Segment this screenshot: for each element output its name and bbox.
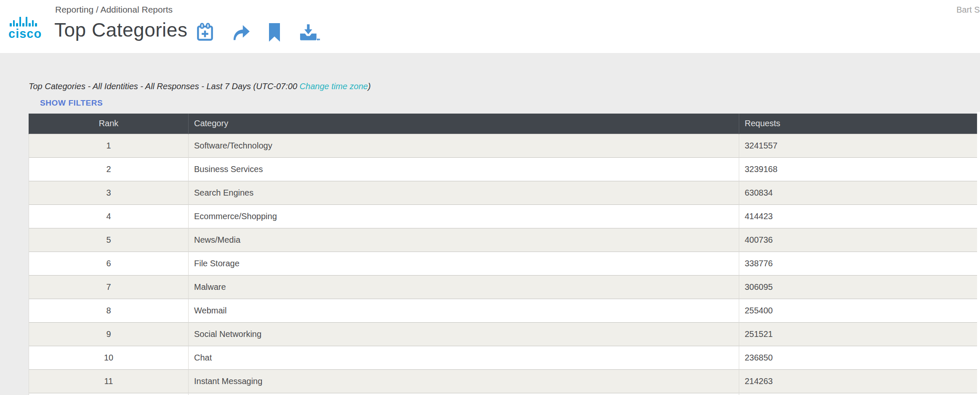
category-cell: Instant Messaging — [189, 369, 739, 393]
report-subtitle: Top Categories - All Identities - All Re… — [29, 82, 371, 91]
column-header-category[interactable]: Category — [189, 114, 739, 134]
category-cell: File Storage — [189, 252, 739, 275]
table-row[interactable]: 5 News/Media 400736 — [29, 228, 977, 252]
rank-cell: 2 — [29, 157, 189, 181]
category-cell: Software/Technology — [189, 134, 739, 157]
table-row[interactable]: 8 Webmail 255400 — [29, 299, 977, 322]
table-row[interactable]: 3 Search Engines 630834 — [29, 181, 977, 204]
table-row[interactable]: 9 Social Networking 251521 — [29, 322, 977, 346]
category-cell: Business Services — [189, 157, 739, 181]
table-row[interactable]: 7 Malware 306095 — [29, 275, 977, 299]
category-cell: Search Engines — [189, 181, 739, 204]
category-cell — [189, 393, 739, 395]
calendar-add-icon[interactable] — [196, 23, 214, 42]
report-action-icons — [196, 22, 320, 43]
requests-cell: 306095 — [739, 275, 977, 299]
page-title: Top Categories — [54, 19, 187, 41]
requests-cell: 630834 — [739, 181, 977, 204]
requests-cell — [739, 393, 977, 395]
rank-cell: 10 — [29, 346, 189, 369]
report-subtitle-suffix: ) — [368, 82, 371, 91]
requests-cell: 3241557 — [739, 134, 977, 157]
column-header-requests[interactable]: Requests — [739, 114, 977, 134]
user-menu[interactable]: Bart St — [956, 5, 980, 15]
cisco-logo-bars-icon — [10, 17, 51, 27]
table-row[interactable]: 1 Software/Technology 3241557 — [29, 134, 977, 157]
table-row[interactable]: 6 File Storage 338776 — [29, 252, 977, 275]
rank-cell: 9 — [29, 322, 189, 346]
requests-cell: 214263 — [739, 369, 977, 393]
rank-cell: 1 — [29, 134, 189, 157]
bookmark-icon[interactable] — [269, 23, 280, 42]
rank-cell: 11 — [29, 369, 189, 393]
category-cell: Chat — [189, 346, 739, 369]
rank-cell: 3 — [29, 181, 189, 204]
content-area: Top Categories - All Identities - All Re… — [0, 53, 980, 395]
requests-cell: 255400 — [739, 299, 977, 322]
rank-cell: 8 — [29, 299, 189, 322]
cisco-logo-text: cisco — [8, 27, 39, 40]
category-cell: Webmail — [189, 299, 739, 322]
table-row[interactable]: 10 Chat 236850 — [29, 346, 977, 369]
table-row[interactable]: 4 Ecommerce/Shopping 414423 — [29, 204, 977, 228]
requests-cell: 400736 — [739, 228, 977, 252]
requests-cell: 236850 — [739, 346, 977, 369]
table-header: Rank Category Requests — [29, 114, 977, 134]
rank-cell — [29, 393, 189, 395]
category-cell: News/Media — [189, 228, 739, 252]
requests-cell: 3239168 — [739, 157, 977, 181]
requests-cell: 414423 — [739, 204, 977, 228]
change-timezone-link[interactable]: Change time zone — [300, 82, 368, 91]
top-categories-table: Rank Category Requests 1 Software/Techno… — [29, 114, 977, 395]
category-cell: Ecommerce/Shopping — [189, 204, 739, 228]
breadcrumb[interactable]: Reporting / Additional Reports — [55, 5, 173, 15]
requests-cell: 338776 — [739, 252, 977, 275]
rank-cell: 5 — [29, 228, 189, 252]
rank-cell: 6 — [29, 252, 189, 275]
right-edge-strip — [977, 112, 980, 395]
show-filters-button[interactable]: SHOW FILTERS — [40, 98, 103, 108]
report-subtitle-text: Top Categories - All Identities - All Re… — [29, 82, 300, 91]
category-cell: Social Networking — [189, 322, 739, 346]
table-row[interactable]: 2 Business Services 3239168 — [29, 157, 977, 181]
rank-cell: 7 — [29, 275, 189, 299]
table-row[interactable]: 11 Instant Messaging 214263 — [29, 369, 977, 393]
cisco-logo: cisco — [8, 17, 51, 40]
requests-cell: 251521 — [739, 322, 977, 346]
table-body: 1 Software/Technology 3241557 2 Business… — [29, 134, 977, 395]
top-bar: cisco Reporting / Additional Reports Top… — [0, 0, 980, 53]
download-icon[interactable] — [298, 23, 320, 42]
table-row[interactable] — [29, 393, 977, 395]
category-cell: Malware — [189, 275, 739, 299]
column-header-rank[interactable]: Rank — [29, 114, 189, 134]
share-icon[interactable] — [232, 24, 251, 41]
rank-cell: 4 — [29, 204, 189, 228]
